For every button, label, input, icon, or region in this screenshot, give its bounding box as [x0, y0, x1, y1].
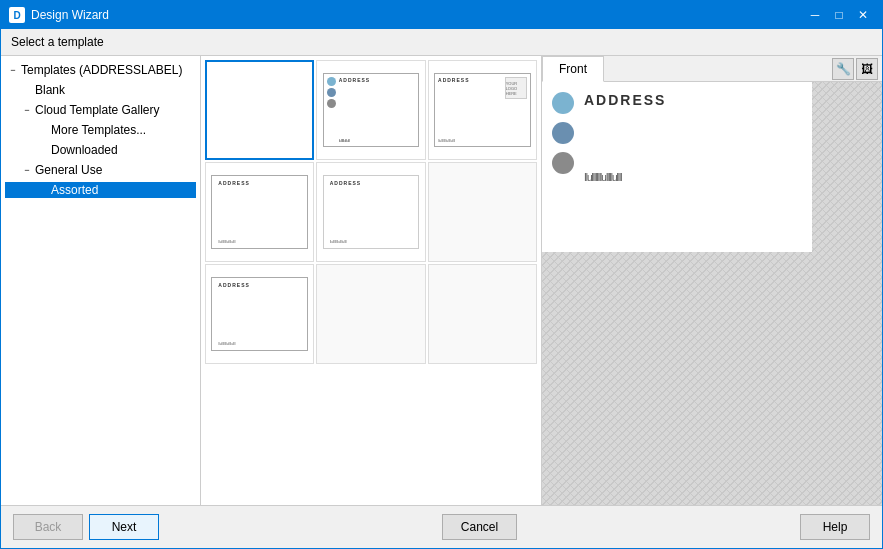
preview-label-card: ADDRESS Ilullllllllulllllullll — [542, 82, 812, 252]
circle-3 — [552, 152, 574, 174]
template-cell-9[interactable] — [428, 264, 537, 364]
preview-barcode: Ilullllllllulllllullll — [584, 172, 666, 183]
tree-item-general-use[interactable]: − General Use — [5, 160, 196, 180]
preview-tabs: Front 🔧 🖼 — [542, 56, 882, 82]
tree-toggle: − — [7, 64, 19, 76]
template-grid-panel: ADDRESS Ilullllllllullllullll ADDRESS Il… — [201, 56, 542, 505]
preview-toolbar: 🔧 🖼 — [832, 58, 882, 80]
preview-circles — [552, 92, 574, 174]
tool-image-button[interactable]: 🖼 — [856, 58, 878, 80]
preview-address: ADDRESS Ilullllllllulllllullll — [584, 92, 666, 183]
template-cell-2[interactable]: ADDRESS Ilullllllllullllullll — [316, 60, 425, 160]
circle-2 — [552, 122, 574, 144]
window-title: Design Wizard — [31, 8, 109, 22]
help-button[interactable]: Help — [800, 514, 870, 540]
subtitle-text: Select a template — [11, 35, 104, 49]
circle-1 — [552, 92, 574, 114]
tree-item-more-templates[interactable]: More Templates... — [5, 120, 196, 140]
close-button[interactable]: ✕ — [852, 5, 874, 25]
template-cell-7[interactable]: ADDRESS Ilullllllllullllullll — [205, 264, 314, 364]
title-bar-left: D Design Wizard — [9, 7, 109, 23]
title-bar: D Design Wizard ─ □ ✕ — [1, 1, 882, 29]
tree-toggle — [37, 124, 49, 136]
bottom-left-buttons: Back Next — [13, 514, 159, 540]
tree-item-templates-root[interactable]: − Templates (ADDRESSLABEL) — [5, 60, 196, 80]
template-cell-4[interactable]: ADDRESS Ilullllllllullllullll — [205, 162, 314, 262]
subtitle-bar: Select a template — [1, 29, 882, 56]
template-cell-5[interactable]: ADDRESS Ilullllllllullllullll — [316, 162, 425, 262]
template-grid: ADDRESS Ilullllllllullllullll ADDRESS Il… — [205, 60, 537, 364]
preview-panel: Front 🔧 🖼 ADDRESS — [542, 56, 882, 505]
back-button[interactable]: Back — [13, 514, 83, 540]
tree-toggle — [37, 144, 49, 156]
tree-toggle — [21, 84, 33, 96]
template-cell-6[interactable] — [428, 162, 537, 262]
tree-item-assorted[interactable]: Assorted — [5, 180, 196, 200]
next-button[interactable]: Next — [89, 514, 159, 540]
tool-settings-button[interactable]: 🔧 — [832, 58, 854, 80]
tree-toggle: − — [21, 104, 33, 116]
main-content: − Templates (ADDRESSLABEL) Blank − Cloud… — [1, 56, 882, 505]
design-wizard-window: D Design Wizard ─ □ ✕ Select a template … — [0, 0, 883, 549]
template-cell-3[interactable]: ADDRESS Ilullllllllullllullll YOUR LOGO … — [428, 60, 537, 160]
tab-front[interactable]: Front — [542, 56, 604, 82]
maximize-button[interactable]: □ — [828, 5, 850, 25]
template-cell-8[interactable] — [316, 264, 425, 364]
tree-toggle — [37, 184, 49, 196]
tree-item-blank[interactable]: Blank — [5, 80, 196, 100]
window-controls: ─ □ ✕ — [804, 5, 874, 25]
tree-item-downloaded[interactable]: Downloaded — [5, 140, 196, 160]
bottom-bar: Back Next Cancel Help — [1, 505, 882, 548]
tree-item-cloud-gallery[interactable]: − Cloud Template Gallery — [5, 100, 196, 120]
minimize-button[interactable]: ─ — [804, 5, 826, 25]
cancel-button[interactable]: Cancel — [442, 514, 517, 540]
tree-panel: − Templates (ADDRESSLABEL) Blank − Cloud… — [1, 56, 201, 505]
app-icon: D — [9, 7, 25, 23]
preview-area: ADDRESS Ilullllllllulllllullll — [542, 82, 882, 505]
template-cell-1[interactable] — [205, 60, 314, 160]
preview-address-title: ADDRESS — [584, 92, 666, 108]
tree-toggle: − — [21, 164, 33, 176]
